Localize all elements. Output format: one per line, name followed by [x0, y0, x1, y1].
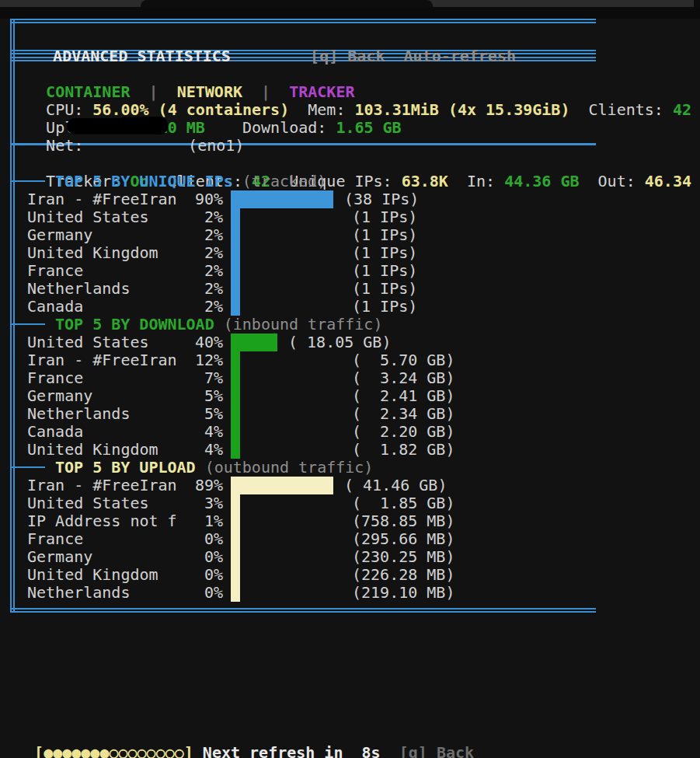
panel-border: [10, 611, 596, 613]
section-subtitle: (outbound traffic): [196, 458, 374, 477]
redacted-ip: [117, 117, 168, 134]
row-percent: 2%: [167, 298, 223, 316]
row-value: ( 41.46 GB): [344, 477, 447, 494]
section-subtitle: (inbound traffic): [214, 315, 383, 334]
row-country: Iran - #FreeIran: [27, 351, 177, 369]
row-value: (295.66 MB): [352, 530, 454, 548]
panel-border: [10, 608, 596, 610]
row-country: Netherlands: [27, 280, 130, 298]
row-bar: [231, 584, 240, 602]
chart-row: United Kingdom4%( 1.82 GB): [0, 441, 700, 459]
panel-border: [10, 19, 596, 20]
section-title: TOP 5 BY DOWNLOAD: [55, 315, 214, 334]
chart-row: United Kingdom2%(1 IPs): [0, 244, 700, 262]
row-bar: [231, 441, 240, 459]
row-country: France: [27, 530, 83, 548]
row-value: (1 IPs): [352, 226, 417, 244]
chart-row: Germany0%(230.25 MB): [0, 548, 700, 566]
net-interface: (eno1): [188, 136, 244, 155]
row-bar: [231, 477, 333, 494]
net-label: Net:: [46, 136, 92, 155]
row-country: United States: [27, 208, 149, 226]
row-bar: [231, 262, 240, 280]
row-value: ( 1.82 GB): [352, 441, 454, 459]
back-hint-bottom[interactable]: [q] Back: [381, 743, 474, 758]
row-country: Germany: [27, 548, 92, 566]
browser-tab-edge: [694, 0, 700, 7]
row-bar: [231, 566, 240, 584]
row-value: (758.85 MB): [352, 512, 454, 530]
row-percent: 0%: [167, 584, 223, 602]
chart-row: France2%(1 IPs): [0, 262, 700, 280]
row-value: ( 2.41 GB): [352, 387, 454, 405]
row-percent: 4%: [167, 423, 223, 441]
row-percent: 0%: [167, 566, 223, 584]
row-percent: 1%: [167, 512, 223, 530]
row-value: ( 2.20 GB): [352, 423, 454, 441]
row-country: United States: [27, 334, 149, 351]
row-value: (1 IPs): [352, 298, 417, 316]
row-country: United Kingdom: [27, 566, 158, 584]
chart-row: IP Address not f1%(758.85 MB): [0, 512, 700, 530]
row-country: Netherlands: [27, 405, 130, 423]
row-value: (1 IPs): [352, 244, 417, 262]
row-bar: [231, 530, 240, 548]
chart-row: Iran - #FreeIran12%( 5.70 GB): [0, 351, 700, 369]
row-value: (1 IPs): [352, 262, 417, 280]
in-value: 44.36 GB: [504, 172, 579, 190]
row-country: United States: [27, 494, 149, 512]
row-value: (1 IPs): [352, 208, 417, 226]
out-label: Out:: [579, 172, 644, 190]
row-bar: [231, 334, 277, 351]
chart-row: France7%( 3.24 GB): [0, 369, 700, 387]
row-percent: 4%: [167, 441, 223, 459]
chart-row: France0%(295.66 MB): [0, 530, 700, 548]
row-percent: 0%: [167, 530, 223, 548]
chart-row: United States3%( 1.85 GB): [0, 494, 700, 512]
chart-row: Germany5%( 2.41 GB): [0, 387, 700, 405]
row-bar: [231, 280, 240, 298]
row-percent: 40%: [167, 334, 223, 351]
chart-row: Iran - #FreeIran90%(38 IPs): [0, 190, 700, 208]
chart-row: United States40%( 18.05 GB): [0, 334, 700, 351]
row-bar: [231, 405, 240, 423]
chart-row: Germany2%(1 IPs): [0, 226, 700, 244]
row-country: IP Address not f: [27, 512, 177, 530]
row-bar: [231, 548, 240, 566]
chart-row: Iran - #FreeIran89%( 41.46 GB): [0, 477, 700, 494]
row-bar: [231, 423, 240, 441]
browser-tab-strip: [0, 0, 700, 7]
back-hint[interactable]: [q] Back: [310, 47, 385, 65]
chart-row: Canada4%( 2.20 GB): [0, 423, 700, 441]
window-top-gap: [0, 7, 700, 19]
chart-row: Canada2%(1 IPs): [0, 298, 700, 316]
row-bar: [231, 226, 240, 244]
refresh-progress: [●●●●●●●○○○○○○○○]: [34, 743, 193, 758]
refresh-countdown: 8s: [362, 743, 381, 758]
row-percent: 5%: [167, 387, 223, 405]
clients-label: Clients:: [569, 100, 672, 119]
row-percent: 2%: [167, 244, 223, 262]
row-percent: 2%: [167, 226, 223, 244]
row-country: France: [27, 262, 83, 280]
row-value: (219.10 MB): [352, 584, 454, 602]
row-bar: [231, 298, 240, 316]
panel-divider: [10, 143, 596, 145]
autorefresh-toggle[interactable]: Auto-refresh: [385, 47, 516, 65]
section-title: TOP 5 BY UNIQUE IPs: [55, 172, 233, 190]
row-percent: 7%: [167, 369, 223, 387]
row-country: United Kingdom: [27, 441, 158, 459]
row-value: ( 3.24 GB): [352, 369, 454, 387]
out-value: 46.34 GB: [645, 172, 700, 190]
row-country: Germany: [27, 226, 92, 244]
section-title: TOP 5 BY UPLOAD: [55, 458, 196, 477]
chart-row: Netherlands5%( 2.34 GB): [0, 405, 700, 423]
row-percent: 2%: [167, 208, 223, 226]
row-percent: 3%: [167, 494, 223, 512]
row-percent: 0%: [167, 548, 223, 566]
section-subtitle: (tracked): [233, 172, 326, 190]
download-value: 1.65 GB: [336, 118, 401, 137]
row-value: ( 1.85 GB): [352, 494, 454, 512]
row-country: Iran - #FreeIran: [27, 477, 177, 494]
row-percent: 5%: [167, 405, 223, 423]
